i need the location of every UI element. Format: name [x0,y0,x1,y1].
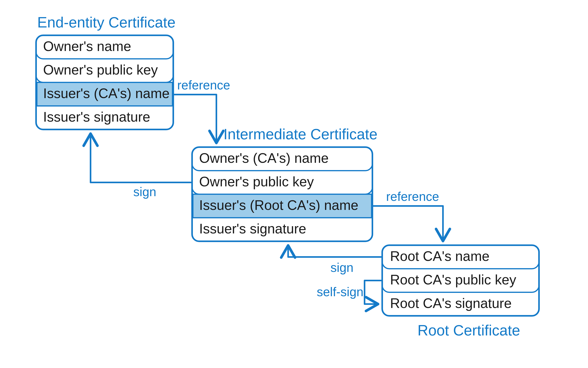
arrow-reference-2: reference [374,190,443,239]
intermediate-r0: Owner's (CA's) name [199,150,329,166]
arrow-sign-2: sign [288,247,381,275]
root-title: Root Certificate [418,322,520,339]
root-certificate: Root CA's name Root CA's public key Root… [382,245,539,339]
end-entity-r1: Owner's public key [43,62,158,77]
root-r1: Root CA's public key [390,272,516,287]
end-entity-r2: Issuer's (CA's) name [43,86,169,101]
end-entity-r3: Issuer's signature [43,109,150,125]
end-entity-title: End-entity Certificate [37,14,175,31]
intermediate-r1: Owner's public key [199,174,314,189]
root-r2: Root CA's signature [390,296,512,311]
label-sign-2: sign [330,260,353,275]
end-entity-certificate: End-entity Certificate Owner's name Owne… [36,14,175,129]
intermediate-r3: Issuer's signature [199,221,306,236]
root-r0: Root CA's name [390,248,490,264]
end-entity-r0: Owner's name [43,39,131,54]
intermediate-certificate: Intermediate Certificate Owner's (CA's) … [192,126,377,241]
certificate-chain-diagram: End-entity Certificate Owner's name Owne… [0,0,588,368]
arrow-reference-1: reference [174,78,230,141]
intermediate-title: Intermediate Certificate [223,126,377,142]
intermediate-r2: Issuer's (Root CA's) name [199,198,358,213]
arrow-self-sign: self-sign [317,281,381,304]
label-self-sign: self-sign [317,285,363,299]
label-reference-2: reference [386,190,439,204]
label-sign-1: sign [133,185,156,199]
label-reference-1: reference [177,78,230,92]
arrow-sign-1: sign [90,135,191,199]
